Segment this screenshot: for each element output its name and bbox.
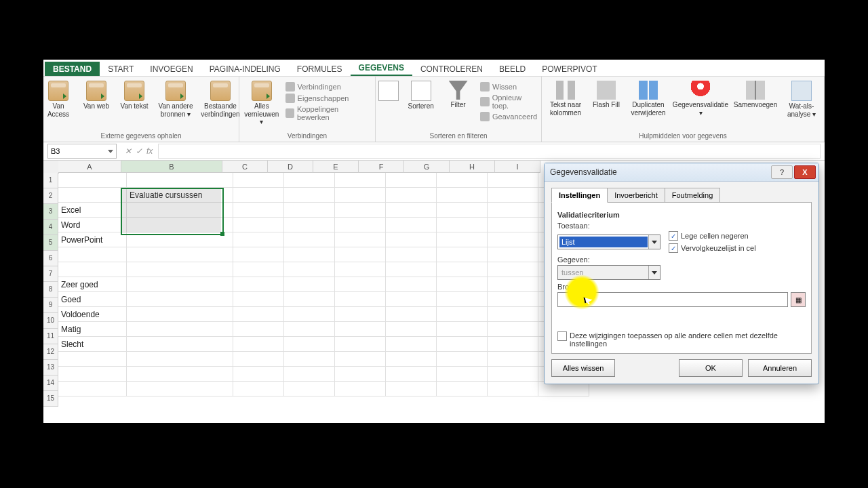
cell-G14[interactable] — [437, 367, 488, 382]
cell-A3[interactable]: Excel — [58, 203, 127, 218]
cell-H7[interactable] — [488, 262, 538, 277]
btn-bestaande-verbindingen[interactable]: Bestaande verbindingen — [199, 79, 242, 119]
btn-van-web[interactable]: Van web — [78, 79, 115, 112]
row-header-7[interactable]: 7 — [43, 266, 58, 282]
btn-flash-fill[interactable]: Flash Fill — [588, 79, 625, 110]
row-header-8[interactable]: 8 — [43, 282, 58, 298]
btn-sorteren[interactable]: Sorteren — [403, 79, 439, 112]
col-header-H[interactable]: H — [450, 161, 495, 173]
row-header-12[interactable]: 12 — [43, 344, 58, 360]
cell-G8[interactable] — [437, 277, 488, 292]
cell-C13[interactable] — [233, 352, 284, 367]
cell-E3[interactable] — [335, 203, 386, 218]
cell-G13[interactable] — [437, 352, 488, 367]
btn-annuleren[interactable]: Annuleren — [748, 359, 812, 377]
btn-van-andere-bronnen[interactable]: Van andere bronnen ▾ — [154, 79, 197, 119]
cell-H4[interactable] — [488, 218, 538, 232]
cell-H3[interactable] — [488, 203, 538, 218]
btn-ok[interactable]: OK — [679, 359, 743, 377]
cell-B15[interactable] — [127, 382, 233, 396]
cell-F5[interactable] — [386, 232, 437, 247]
row-header-10[interactable]: 10 — [43, 313, 58, 329]
col-header-A[interactable]: A — [58, 161, 121, 173]
cell-A6[interactable] — [58, 247, 127, 262]
dlg-tab-instellingen[interactable]: Instellingen — [551, 188, 608, 203]
btn-opnieuw[interactable]: Opnieuw toep. — [480, 94, 539, 110]
cell-A9[interactable]: Goed — [58, 292, 127, 307]
cell-H14[interactable] — [488, 367, 538, 382]
cell-D9[interactable] — [284, 292, 335, 307]
cell-H11[interactable] — [488, 322, 538, 337]
cell-A14[interactable] — [58, 367, 127, 382]
cell-D2[interactable] — [284, 188, 335, 203]
cell-H6[interactable] — [488, 247, 538, 262]
btn-van-access[interactable]: Van Access — [40, 79, 77, 119]
cell-H9[interactable] — [488, 292, 538, 307]
cell-H12[interactable] — [488, 337, 538, 352]
cell-F8[interactable] — [386, 277, 437, 292]
cell-E13[interactable] — [335, 352, 386, 367]
range-picker-button[interactable]: ▦ — [791, 292, 806, 307]
cell-F4[interactable] — [386, 218, 437, 232]
cell-F15[interactable] — [386, 382, 437, 396]
btn-gegevensvalidatie[interactable]: Gegevensvalidatie ▾ — [672, 79, 729, 118]
select-all-corner[interactable] — [43, 161, 59, 174]
formula-input[interactable] — [158, 144, 821, 159]
cell-B11[interactable] — [127, 322, 233, 337]
cell-F9[interactable] — [386, 292, 437, 307]
cell-G7[interactable] — [437, 262, 488, 277]
confirm-icon[interactable]: ✓ — [136, 146, 142, 156]
cell-C7[interactable] — [233, 262, 284, 277]
cell-F14[interactable] — [386, 367, 437, 382]
cell-H2[interactable] — [488, 188, 538, 203]
cell-D8[interactable] — [284, 277, 335, 292]
tab-powerpivot[interactable]: POWERPIVOT — [534, 62, 605, 76]
cell-E12[interactable] — [335, 337, 386, 352]
cell-B10[interactable] — [127, 307, 233, 322]
cell-B14[interactable] — [127, 367, 233, 382]
cell-H10[interactable] — [488, 307, 538, 322]
btn-wissen[interactable]: Wissen — [480, 82, 539, 92]
cell-G1[interactable] — [437, 173, 488, 188]
fx-icon[interactable]: fx — [146, 146, 153, 156]
cell-E4[interactable] — [335, 218, 386, 232]
cell-B4[interactable] — [127, 218, 233, 232]
row-header-4[interactable]: 4 — [43, 220, 58, 235]
btn-tekst-naar-kolommen[interactable]: Tekst naar kolommen — [545, 79, 587, 118]
cell-A7[interactable] — [58, 262, 127, 277]
tab-file[interactable]: BESTAND — [45, 62, 100, 76]
cell-G5[interactable] — [437, 232, 488, 247]
cell-D5[interactable] — [284, 232, 335, 247]
cell-F6[interactable] — [386, 247, 437, 262]
cell-B7[interactable] — [127, 262, 233, 277]
cell-C9[interactable] — [233, 292, 284, 307]
cell-B13[interactable] — [127, 352, 233, 367]
cell-B5[interactable] — [127, 232, 233, 247]
cell-G3[interactable] — [437, 203, 488, 218]
cell-D1[interactable] — [284, 173, 335, 188]
btn-sort-az[interactable] — [375, 79, 401, 104]
cell-C5[interactable] — [233, 232, 284, 247]
cell-E2[interactable] — [335, 188, 386, 203]
col-header-D[interactable]: D — [268, 161, 313, 173]
cell-C6[interactable] — [233, 247, 284, 262]
col-header-I[interactable]: I — [495, 161, 540, 173]
cancel-icon[interactable]: ✕ — [125, 146, 132, 156]
cell-F7[interactable] — [386, 262, 437, 277]
cell-D13[interactable] — [284, 352, 335, 367]
cell-C15[interactable] — [233, 382, 284, 396]
cell-C8[interactable] — [233, 277, 284, 292]
cell-C2[interactable] — [233, 188, 284, 203]
cell-A1[interactable] — [58, 173, 127, 188]
btn-geavanceerd[interactable]: Geavanceerd — [480, 112, 539, 121]
cell-H15[interactable] — [488, 382, 538, 396]
tab-formules[interactable]: FORMULES — [289, 62, 351, 76]
cell-D12[interactable] — [284, 337, 335, 352]
row-header-6[interactable]: 6 — [43, 251, 58, 266]
tab-start[interactable]: START — [100, 62, 142, 76]
cell-F13[interactable] — [386, 352, 437, 367]
tab-invoegen[interactable]: INVOEGEN — [142, 62, 201, 76]
cell-B2[interactable]: Evaluatie cursussen — [127, 188, 233, 203]
cell-E15[interactable] — [335, 382, 386, 396]
row-header-9[interactable]: 9 — [43, 298, 58, 313]
